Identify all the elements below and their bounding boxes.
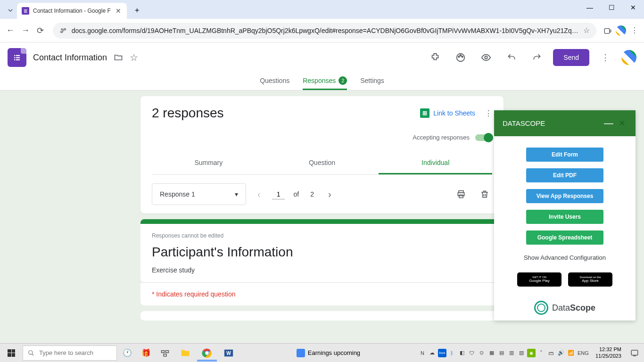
chrome-menu-icon[interactable]: ⋮ <box>629 24 640 37</box>
tray-app1-icon[interactable]: ◧ <box>458 349 466 357</box>
tray-app6-icon[interactable]: ▧ <box>517 349 526 357</box>
nav-reload[interactable]: ⟳ <box>34 23 47 38</box>
svg-point-0 <box>61 29 63 30</box>
pager-total: 2 <box>307 190 317 198</box>
svg-rect-9 <box>14 59 15 60</box>
section-heading: Participant's Information <box>152 245 492 260</box>
ds-spreadsheet-button[interactable]: Google Spreadsheet <box>526 230 603 245</box>
tray-onenote-icon[interactable]: N <box>418 349 427 357</box>
svg-rect-3 <box>604 28 610 33</box>
response-index-input[interactable]: 1 <box>272 189 285 199</box>
tab-responses[interactable]: Responses 2 <box>303 73 347 90</box>
undo-icon[interactable] <box>502 48 521 67</box>
clock-date: 11/25/2023 <box>595 353 621 359</box>
tray-battery-icon[interactable]: 🗃 <box>547 349 555 357</box>
tray-onedrive-icon[interactable]: ☁ <box>428 349 437 357</box>
sheets-icon: ⊞ <box>420 108 429 118</box>
tab-close-icon[interactable]: ✕ <box>115 7 122 15</box>
window-minimize[interactable]: — <box>579 0 601 15</box>
tray-nvidia-icon[interactable]: ◉ <box>527 349 536 357</box>
move-to-folder-icon[interactable] <box>114 53 123 62</box>
ds-invite-button[interactable]: Invite Users <box>526 210 603 224</box>
earnings-widget[interactable]: Earnings upcoming <box>297 349 360 357</box>
dropdown-icon: ▾ <box>235 190 238 198</box>
browser-tab[interactable]: ≣ Contact Information - Google F ✕ <box>17 3 127 19</box>
accepting-toggle[interactable] <box>475 134 492 141</box>
tray-app5-icon[interactable]: ▥ <box>507 349 516 357</box>
datascope-minimize-icon[interactable]: — <box>600 118 617 129</box>
taskbar-clock[interactable]: 12:32 PM 11/25/2023 <box>592 346 625 359</box>
responses-menu-icon[interactable]: ⋮ <box>485 109 492 118</box>
edit-note: Responses cannot be edited <box>152 232 492 239</box>
addons-icon[interactable] <box>426 48 445 67</box>
preview-icon[interactable] <box>477 48 495 67</box>
extensions-icon[interactable] <box>602 24 613 37</box>
new-tab-button[interactable]: + <box>131 4 144 17</box>
next-question-card <box>140 311 504 321</box>
svg-point-19 <box>29 350 33 354</box>
datascope-close-icon[interactable]: ✕ <box>617 119 627 128</box>
svg-rect-20 <box>162 350 165 353</box>
redo-icon[interactable] <box>528 48 546 67</box>
response-selector[interactable]: Response 1 ▾ <box>152 183 246 205</box>
bookmark-star-icon[interactable]: ☆ <box>583 26 590 35</box>
print-icon[interactable] <box>454 189 469 199</box>
tab-settings[interactable]: Settings <box>360 73 384 90</box>
ds-edit-form-button[interactable]: Edit Form <box>526 148 603 162</box>
search-placeholder: Type here to search <box>39 349 93 356</box>
tabs-dropdown[interactable] <box>4 4 17 17</box>
next-response-icon[interactable]: › <box>325 189 334 200</box>
file-explorer-icon[interactable] <box>175 345 195 362</box>
theme-icon[interactable] <box>451 48 470 67</box>
svg-rect-10 <box>16 59 20 60</box>
forms-logo[interactable] <box>8 48 26 67</box>
subtab-individual[interactable]: Individual <box>379 152 492 174</box>
subtab-question[interactable]: Question <box>265 152 379 174</box>
tray-bluetooth-icon[interactable]: ᛒ <box>448 349 456 357</box>
ds-advanced-link[interactable]: Show Advanced Configuration <box>524 254 606 261</box>
tray-volume-icon[interactable]: 🔊 <box>557 349 565 357</box>
link-to-sheets[interactable]: ⊞ Link to Sheets <box>420 108 475 118</box>
tb-clock-icon[interactable]: 🕐 <box>119 345 136 362</box>
task-view-icon[interactable] <box>157 345 173 362</box>
address-bar[interactable]: docs.google.com/forms/d/19AOHeTnm_UALZMG… <box>53 23 596 39</box>
tray-lang[interactable]: ENG <box>577 349 590 357</box>
svg-rect-6 <box>16 55 20 56</box>
more-menu-icon[interactable]: ⋮ <box>596 48 615 67</box>
send-button[interactable]: Send <box>553 49 589 66</box>
tray-security-icon[interactable]: 🛡 <box>468 349 476 357</box>
start-button[interactable] <box>2 345 21 362</box>
accepting-responses-label: Accepting responses <box>413 134 470 141</box>
notifications-icon[interactable] <box>627 346 642 361</box>
form-title[interactable]: Contact Information <box>33 53 107 63</box>
tray-app4-icon[interactable]: ▤ <box>497 349 506 357</box>
window-close[interactable]: ✕ <box>622 0 644 15</box>
site-info-icon[interactable] <box>59 27 67 34</box>
tray-app3-icon[interactable]: ▦ <box>487 349 496 357</box>
star-icon[interactable]: ☆ <box>130 52 138 63</box>
nav-back[interactable]: ← <box>4 23 17 38</box>
word-icon[interactable]: W <box>219 345 239 362</box>
account-avatar[interactable] <box>621 50 636 65</box>
tray-box-icon[interactable]: box <box>438 349 446 357</box>
svg-rect-2 <box>60 31 62 33</box>
ds-edit-pdf-button[interactable]: Edit PDF <box>526 168 603 182</box>
tray-app2-icon[interactable]: ⊙ <box>478 349 486 357</box>
chrome-icon[interactable] <box>197 345 217 362</box>
nav-forward[interactable]: → <box>19 23 32 38</box>
app-store-badge[interactable]: Download on the App Store <box>568 272 612 287</box>
window-maximize[interactable]: ☐ <box>601 0 622 15</box>
tb-gift-icon[interactable]: 🎁 <box>138 345 155 362</box>
tab-responses-label: Responses <box>303 77 336 84</box>
tab-questions[interactable]: Questions <box>260 73 289 90</box>
svg-point-14 <box>462 56 463 58</box>
delete-icon[interactable] <box>477 189 492 199</box>
google-play-badge[interactable]: GET IT ON Google Play <box>517 272 561 287</box>
tray-chevron-icon[interactable]: ˄ <box>537 349 545 357</box>
tray-wifi-icon[interactable]: 📶 <box>567 349 575 357</box>
prev-response-icon[interactable]: ‹ <box>255 189 264 200</box>
taskbar-search[interactable]: Type here to search <box>23 346 117 361</box>
subtab-summary[interactable]: Summary <box>152 152 265 174</box>
ds-view-responses-button[interactable]: View App Responses <box>526 189 603 203</box>
profile-avatar[interactable] <box>615 24 627 37</box>
